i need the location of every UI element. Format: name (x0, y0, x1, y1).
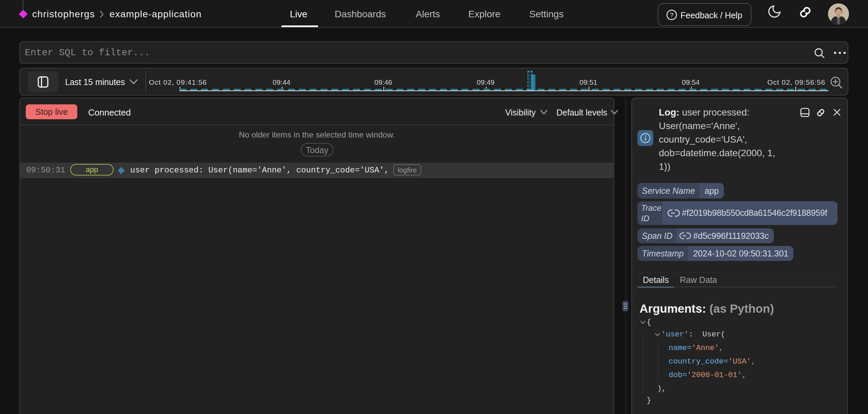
svg-text:?: ? (670, 12, 673, 19)
